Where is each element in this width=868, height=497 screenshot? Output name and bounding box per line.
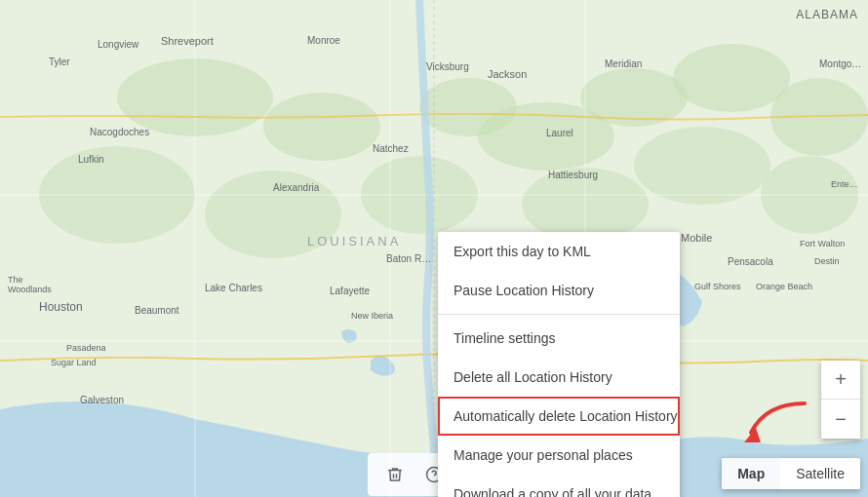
zoom-out-button[interactable]: −	[821, 400, 860, 439]
map-container: ALABAMA LOUISIANA Shreveport Longview Ty…	[0, 0, 868, 497]
city-label: Orange Beach	[756, 282, 812, 291]
map-label-louisiana: LOUISIANA	[307, 234, 401, 248]
menu-item-delete-all[interactable]: Delete all Location History	[438, 358, 680, 397]
trash-icon-button[interactable]	[379, 459, 411, 490]
city-label: Pasadena	[66, 343, 106, 353]
bottom-toolbar	[0, 452, 868, 497]
city-label: Montgo…	[819, 58, 861, 69]
city-label: Meridian	[605, 58, 642, 69]
svg-point-13	[634, 127, 770, 205]
city-label: TheWoodlands	[8, 275, 52, 294]
city-label: Lake Charles	[205, 283, 262, 293]
city-label: Monroe	[307, 35, 340, 46]
city-label: Shreveport	[161, 35, 214, 47]
menu-item-download[interactable]: Download a copy of all your data	[438, 475, 680, 497]
city-label: Baton R…	[386, 253, 431, 264]
city-label: Longview	[98, 39, 138, 50]
city-label: Fort Walton	[800, 239, 845, 248]
menu-divider	[438, 314, 680, 315]
city-label: Beaumont	[135, 305, 179, 316]
city-label: Hattiesburg	[548, 170, 598, 180]
city-label: Nacogdoches	[90, 127, 149, 137]
city-label: Sugar Land	[51, 358, 97, 367]
menu-item-timeline-settings[interactable]: Timeline settings	[438, 319, 680, 358]
city-label: Mobile	[681, 232, 712, 244]
zoom-in-button[interactable]: +	[821, 361, 860, 400]
city-label: Jackson	[488, 68, 527, 80]
city-label: Vicksburg	[426, 61, 469, 72]
city-label: Gulf Shores	[694, 282, 741, 291]
city-label: Lufkin	[78, 154, 104, 165]
city-label: Laurel	[546, 128, 573, 138]
menu-item-personal-places[interactable]: Manage your personal places	[438, 436, 680, 475]
menu-item-pause[interactable]: Pause Location History	[438, 271, 680, 310]
zoom-controls: + −	[821, 361, 860, 439]
city-label: Pensacola	[728, 256, 773, 267]
city-label: Houston	[39, 300, 83, 314]
city-label: Natchez	[373, 143, 409, 154]
menu-item-export[interactable]: Export this day to KML	[438, 232, 680, 271]
city-label: Alexandria	[273, 182, 319, 193]
city-label: Lafayette	[330, 286, 370, 296]
city-label: Tyler	[49, 57, 70, 67]
city-label: Ente…	[831, 179, 858, 189]
context-menu: Export this day to KML Pause Location Hi…	[438, 232, 680, 497]
map-label-alabama: ALABAMA	[796, 8, 858, 21]
city-label: Galveston	[80, 395, 124, 405]
city-label: Destin	[814, 256, 840, 266]
city-label: New Iberia	[351, 311, 393, 321]
svg-point-3	[263, 93, 380, 161]
svg-point-7	[673, 44, 790, 112]
arrow-indicator	[736, 394, 814, 456]
menu-item-auto-delete[interactable]: Automatically delete Location History	[438, 397, 680, 436]
